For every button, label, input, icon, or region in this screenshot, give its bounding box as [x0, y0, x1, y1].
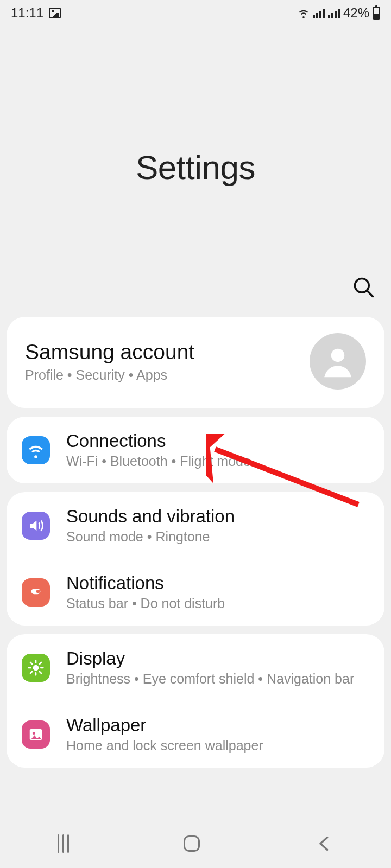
item-subtitle: Status bar • Do not disturb [66, 596, 369, 611]
svg-line-11 [40, 671, 41, 673]
svg-line-12 [30, 671, 32, 673]
account-card[interactable]: Samsung account Profile • Security • App… [7, 317, 384, 408]
item-title: Sounds and vibration [66, 506, 369, 527]
item-title: Notifications [66, 573, 369, 593]
svg-line-1 [367, 291, 373, 296]
battery-icon [373, 7, 380, 20]
person-icon [319, 342, 357, 380]
account-title: Samsung account [25, 340, 310, 364]
group-connections: Connections Wi-Fi • Bluetooth • Flight m… [7, 417, 384, 483]
system-navbar [0, 819, 391, 868]
nav-recents-button[interactable] [58, 834, 69, 853]
wifi-icon [22, 436, 50, 464]
item-subtitle: Brightness • Eye comfort shield • Naviga… [66, 671, 369, 687]
group-display-wallpaper: Display Brightness • Eye comfort shield … [7, 634, 384, 768]
item-title: Display [66, 648, 369, 669]
item-wallpaper[interactable]: Wallpaper Home and lock screen wallpaper [7, 701, 384, 768]
search-button[interactable] [352, 276, 376, 302]
item-subtitle: Home and lock screen wallpaper [66, 738, 369, 754]
item-title: Connections [66, 431, 369, 451]
svg-point-2 [331, 349, 345, 362]
item-subtitle: Sound mode • Ringtone [66, 529, 369, 545]
page-title: Settings [136, 148, 255, 187]
svg-line-10 [30, 662, 32, 664]
item-notifications[interactable]: Notifications Status bar • Do not distur… [7, 559, 384, 626]
image-icon [22, 720, 50, 749]
group-sounds-notifications: Sounds and vibration Sound mode • Ringto… [7, 492, 384, 626]
status-bar: 11:11 42% [0, 0, 391, 26]
signal-2-icon [328, 8, 340, 18]
item-sounds[interactable]: Sounds and vibration Sound mode • Ringto… [7, 492, 384, 559]
signal-1-icon [313, 8, 325, 18]
avatar[interactable] [310, 333, 366, 390]
status-battery-text: 42% [343, 5, 369, 21]
status-time: 11:11 [11, 5, 43, 21]
svg-point-5 [33, 665, 39, 671]
svg-point-4 [36, 590, 40, 593]
wifi-status-icon [298, 7, 310, 19]
screenshot-icon [49, 8, 61, 18]
search-icon [352, 276, 376, 299]
account-subtitle: Profile • Security • Apps [25, 367, 310, 383]
item-title: Wallpaper [66, 715, 369, 736]
hero: Settings [0, 26, 391, 308]
sun-icon [22, 654, 50, 682]
svg-line-13 [40, 662, 41, 664]
svg-point-15 [33, 732, 35, 735]
item-connections[interactable]: Connections Wi-Fi • Bluetooth • Flight m… [7, 417, 384, 483]
item-subtitle: Wi-Fi • Bluetooth • Flight mode [66, 454, 369, 469]
item-display[interactable]: Display Brightness • Eye comfort shield … [7, 634, 384, 701]
speaker-icon [22, 512, 50, 540]
toggle-icon [22, 578, 50, 607]
nav-back-button[interactable] [315, 834, 333, 853]
nav-home-button[interactable] [184, 835, 200, 852]
